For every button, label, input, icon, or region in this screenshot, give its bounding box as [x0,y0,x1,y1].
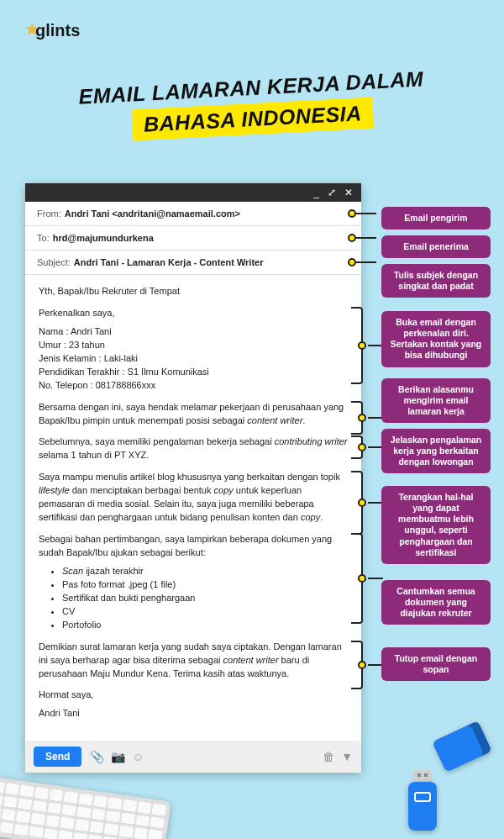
attach-icon[interactable]: 📎 [90,750,104,763]
eraser-illustration [432,720,491,773]
email-to-row: To: hrd@majumundurkena [25,226,361,251]
annotation-subject: Tulis subjek dengan singkat dan padat [381,264,491,298]
connector [348,234,376,242]
annotation-closing: Tutup email dengan sopan [381,647,491,681]
docs-lead: Sebagai bahan pertimbangan, saya lampirk… [39,533,348,560]
dot-icon [358,443,366,451]
glints-logo: glints [25,20,80,40]
dot-icon [358,499,366,507]
sender-name: Andri Tani [39,707,348,720]
dot-icon [358,341,366,350]
annotation-docs: Cantumkan semua dokumen yang diajukan re… [381,580,491,625]
close-icon[interactable]: ✕ [344,187,353,198]
send-button[interactable]: Send [34,747,81,767]
email-body: Yth, Bapak/Ibu Rekruter di Tempat Perken… [25,275,361,741]
subject-label: Subject: [37,257,71,267]
signoff: Hormat saya, [39,689,348,702]
attachment-item: Scan ijazah terakhir [62,565,348,578]
window-titlebar: _ ⤢ ✕ [25,183,361,202]
subject-value: Andri Tani - Lamaran Kerja - Content Wri… [74,257,264,267]
intro-line: Umur : 23 tahun [39,339,348,352]
trash-icon[interactable]: 🗑 [323,750,334,763]
intro-line: Pendidikan Terakhir : S1 Ilmu Komunikasi [39,366,348,379]
annotation-strength: Terangkan hal-hal yang dapat membuatmu l… [381,486,491,564]
attachment-item: Portofolio [62,619,348,632]
compose-footer: Send 📎 📷 ☺ 🗑 ▼ [25,741,361,773]
to-label: To: [37,233,50,243]
reason-paragraph: Bersama dengan ini, saya hendak melamar … [39,401,348,428]
annotation-to: Email penerima [381,235,491,258]
attachment-item: Sertifikat dan bukti penghargaan [62,592,348,605]
strength-paragraph: Saya mampu menulis artikel blog khususny… [39,471,348,525]
emoji-icon[interactable]: ☺ [132,750,144,763]
attachment-item: CV [62,605,348,619]
dot-icon [348,209,356,218]
intro-line: Nama : Andri Tani [39,325,348,339]
chevron-down-icon[interactable]: ▼ [341,750,353,763]
usb-illustration [408,770,437,831]
experience-paragraph: Sebelumnya, saya memiliki pengalaman bek… [39,435,348,462]
email-subject-row: Subject: Andri Tani - Lamaran Kerja - Co… [25,251,361,275]
connector [348,209,376,218]
keyboard-illustration [0,776,171,839]
camera-icon[interactable]: 📷 [111,750,125,763]
dot-icon [348,234,356,242]
intro-lines: Nama : Andri TaniUmur : 23 tahunJenis Ke… [39,325,348,393]
dot-icon [358,574,366,583]
email-compose-window: _ ⤢ ✕ From: Andri Tani <andritani@namaem… [25,183,361,773]
intro-line: Jenis Kelamin : Laki-laki [39,352,348,366]
intro-lead: Perkenalkan saya, [39,307,348,320]
annotation-from: Email pengirim [381,207,491,230]
dot-icon [358,414,366,422]
from-value: Andri Tani <andritani@namaemail.com> [65,208,240,219]
connector [348,258,376,266]
salutation: Yth, Bapak/Ibu Rekruter di Tempat [39,285,348,298]
dot-icon [358,661,366,669]
minimize-icon[interactable]: _ [313,187,319,198]
annotation-experience: Jelaskan pengalaman kerja yang berkaitan… [381,429,491,473]
annotation-intro: Buka email dengan perkenalan diri. Serta… [381,311,491,367]
attachment-item: Pas foto format .jpeg (1 file) [62,578,348,592]
email-from-row: From: Andri Tani <andritani@namaemail.co… [25,202,361,226]
annotation-reason: Berikan alasanmu mengirim email lamaran … [381,378,491,423]
closing-paragraph: Demikian surat lamaran kerja yang sudah … [39,641,348,681]
attachment-list: Scan ijazah terakhirPas foto format .jpe… [62,565,348,632]
from-label: From: [37,208,61,219]
dot-icon [348,258,356,266]
to-value: hrd@majumundurkena [53,233,154,243]
expand-icon[interactable]: ⤢ [328,187,336,198]
star-icon [25,20,39,39]
intro-line: No. Telepon : 081788866xxx [39,379,348,393]
page-title: EMAIL LAMARAN KERJA DALAM BAHASA INDONES… [78,66,426,143]
